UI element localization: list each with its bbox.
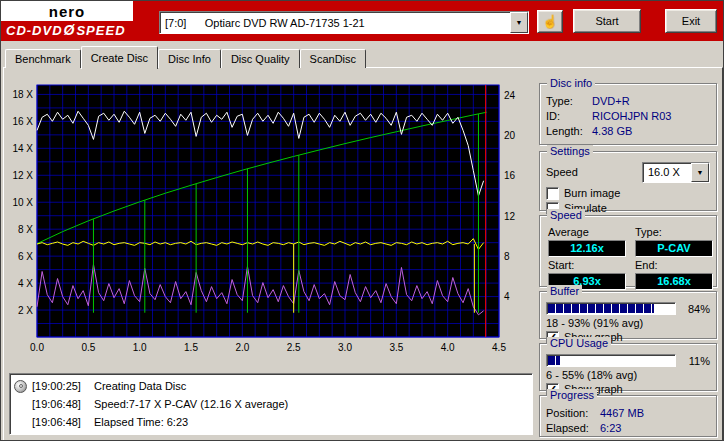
log-text: Elapsed Time: 6:23 (94, 413, 188, 431)
exit-button[interactable]: Exit (665, 9, 717, 33)
group-title: Buffer (547, 285, 582, 297)
svg-text:4 X: 4 X (18, 278, 33, 289)
tab-create-disc[interactable]: Create Disc (81, 46, 158, 69)
svg-text:4.5: 4.5 (492, 342, 506, 353)
chevron-down-icon[interactable]: ▼ (691, 163, 709, 182)
elapsed-value: 6:23 (600, 421, 621, 436)
chart-canvas: 2 X4 X6 X8 X10 X12 X14 X16 X18 X48121620… (7, 77, 535, 361)
tab-disc-info[interactable]: Disc Info (158, 49, 221, 68)
cpu-usage-group: CPU Usage 11% 6 - 55% (18% avg) ✓ Show g… (539, 343, 717, 391)
cpu-percent: 11% (689, 355, 710, 367)
svg-text:20: 20 (504, 130, 516, 141)
group-title: CPU Usage (547, 337, 611, 349)
group-title: Progress (547, 389, 597, 401)
buffer-progress-bar (546, 302, 676, 315)
start-speed-label: Start: (548, 259, 626, 271)
svg-text:24: 24 (504, 90, 516, 101)
nero-logo-text: nero (49, 3, 86, 20)
log-text: Speed:7-17 X P-CAV (12.16 X average) (94, 395, 288, 413)
speed-type-label: Type: (635, 226, 713, 238)
average-speed-label: Average (548, 226, 626, 238)
speed-type-value: P-CAV (635, 240, 713, 257)
disc-id-value: RICOHJPN R03 (592, 109, 671, 124)
end-speed-label: End: (635, 259, 713, 271)
buffer-progress-fill (548, 304, 654, 313)
disc-length-label: Length: (546, 124, 592, 139)
svg-text:16 X: 16 X (12, 116, 33, 127)
svg-text:16: 16 (504, 170, 516, 181)
drive-select[interactable]: [7:0] Optiarc DVD RW AD-71735 1-21 ▼ (159, 11, 529, 34)
app-window: nero CD-DVDØSPEED [7:0] Optiarc DVD RW A… (0, 0, 724, 441)
drive-select-value: [7:0] Optiarc DVD RW AD-71735 1-21 (160, 17, 510, 29)
group-title: Speed (547, 209, 585, 221)
write-speed-chart: 2 X4 X6 X8 X10 X12 X14 X16 X18 X48121620… (7, 77, 535, 363)
svg-text:14 X: 14 X (12, 143, 33, 154)
position-value: 4467 MB (600, 406, 644, 421)
svg-text:3.5: 3.5 (389, 342, 403, 353)
svg-text:18 X: 18 X (12, 89, 33, 100)
svg-text:2.5: 2.5 (287, 342, 301, 353)
svg-text:8 X: 8 X (18, 224, 33, 235)
svg-text:1.0: 1.0 (133, 342, 147, 353)
log-text: Creating Data Disc (94, 377, 186, 395)
select-drive-button[interactable]: ☝ (537, 10, 563, 33)
checkbox-label: Burn image (564, 186, 620, 201)
status-log: [19:00:25] Creating Data Disc [19:06:48]… (9, 373, 533, 435)
svg-text:2.0: 2.0 (235, 342, 249, 353)
buffer-percent: 84% (688, 303, 710, 315)
svg-text:3.0: 3.0 (338, 342, 352, 353)
speed-select-value: 16.0 X (643, 165, 691, 180)
burn-image-checkbox[interactable]: Burn image (546, 186, 710, 201)
disc-info-group: Disc info Type:DVD+R ID:RICOHJPN R03 Len… (539, 83, 717, 145)
log-row: [19:06:48] Elapsed Time: 6:23 (14, 413, 528, 431)
tab-benchmark[interactable]: Benchmark (5, 49, 81, 68)
speed-setting-label: Speed (546, 165, 578, 180)
log-time: [19:06:48] (32, 395, 94, 413)
hand-icon: ☝ (542, 14, 558, 29)
chevron-down-icon[interactable]: ▼ (510, 12, 528, 33)
group-title: Settings (547, 145, 593, 157)
disc-type-label: Type: (546, 94, 592, 109)
checkbox-box[interactable] (546, 187, 559, 200)
disc-id-label: ID: (546, 109, 592, 124)
tab-bar: Benchmark Create Disc Disc Info Disc Qua… (5, 45, 366, 68)
buffer-range: 18 - 93% (91% avg) (546, 316, 710, 330)
lightning-slash-icon: Ø (63, 22, 77, 38)
speed-group: Speed Average Type: 12.16x P-CAV Start: … (539, 215, 717, 287)
svg-text:6 X: 6 X (18, 251, 33, 262)
cpu-progress-fill (548, 356, 560, 365)
svg-text:4.0: 4.0 (441, 342, 455, 353)
svg-text:2 X: 2 X (18, 305, 33, 316)
svg-text:8: 8 (504, 251, 510, 262)
cpu-range: 6 - 55% (18% avg) (546, 368, 710, 382)
tab-disc-quality[interactable]: Disc Quality (221, 49, 300, 68)
log-row: [19:06:48] Speed:7-17 X P-CAV (12.16 X a… (14, 395, 528, 413)
start-button[interactable]: Start (573, 9, 641, 33)
svg-text:1.5: 1.5 (184, 342, 198, 353)
app-header: nero CD-DVDØSPEED [7:0] Optiarc DVD RW A… (1, 1, 723, 41)
svg-text:0.5: 0.5 (81, 342, 95, 353)
log-row: [19:00:25] Creating Data Disc (14, 377, 528, 395)
speed-select[interactable]: 16.0 X ▼ (642, 162, 710, 183)
tab-scandisc[interactable]: ScanDisc (300, 49, 366, 68)
group-title: Disc info (547, 77, 595, 89)
svg-text:0.0: 0.0 (30, 342, 44, 353)
progress-group: Progress Position:4467 MB Elapsed:6:23 (539, 395, 717, 437)
elapsed-label: Elapsed: (546, 421, 600, 436)
settings-group: Settings Speed 16.0 X ▼ Burn image Simul… (539, 151, 717, 211)
end-speed-value: 16.68x (635, 273, 713, 290)
log-time: [19:06:48] (32, 413, 94, 431)
app-title: CD-DVDØSPEED (6, 22, 126, 38)
svg-text:12: 12 (504, 211, 516, 222)
svg-text:10 X: 10 X (12, 197, 33, 208)
svg-text:12 X: 12 X (12, 170, 33, 181)
average-speed-value: 12.16x (548, 240, 626, 257)
log-time: [19:00:25] (32, 377, 94, 395)
svg-text:4: 4 (504, 291, 510, 302)
disc-icon (14, 380, 27, 393)
cpu-progress-bar (546, 354, 676, 367)
disc-type-value: DVD+R (592, 94, 630, 109)
position-label: Position: (546, 406, 600, 421)
buffer-group: Buffer 84% 18 - 93% (91% avg) ✓ Show gra… (539, 291, 717, 339)
disc-length-value: 4.38 GB (592, 124, 632, 139)
